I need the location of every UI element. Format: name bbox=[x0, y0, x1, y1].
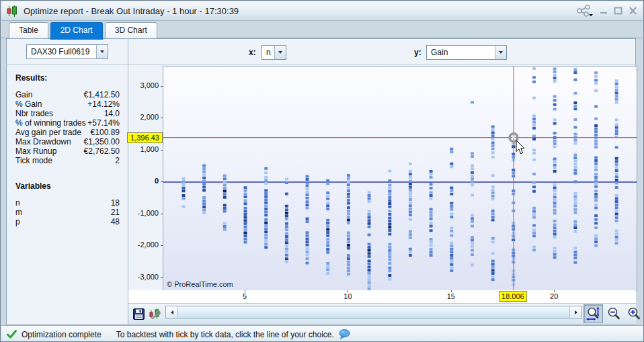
variables-heading: Variables bbox=[15, 181, 120, 191]
scrollbar-thumb[interactable] bbox=[178, 306, 569, 318]
crosshair-y-label: 1,396.43 bbox=[127, 132, 163, 143]
result-row: Max Runup€2,762.50 bbox=[15, 146, 120, 156]
result-row: Tick mode2 bbox=[15, 156, 120, 165]
zoom-fit-axes-button[interactable] bbox=[583, 304, 603, 323]
scatter-points[interactable] bbox=[163, 67, 637, 290]
chart-settings-icon bbox=[149, 308, 161, 320]
row-value: 2 bbox=[115, 156, 120, 165]
y-axis-tick-label: 1,000 bbox=[128, 145, 159, 153]
row-label: Max Runup bbox=[15, 146, 56, 156]
row-value: +14.12% bbox=[87, 99, 120, 109]
row-label: Nbr trades bbox=[15, 109, 53, 118]
scatter-plot-area[interactable]: © ProRealTime.com bbox=[163, 66, 637, 291]
row-label: n bbox=[15, 198, 20, 208]
scroll-right-arrow-icon[interactable] bbox=[569, 306, 581, 318]
result-row: Nbr trades14.0 bbox=[15, 109, 120, 118]
x-axis-select[interactable]: n bbox=[261, 45, 286, 60]
zoom-fit-axes-icon bbox=[586, 306, 601, 321]
instrument-select[interactable]: DAX30 Full0619 bbox=[26, 44, 108, 59]
variable-row: n18 bbox=[15, 198, 120, 208]
row-label: Gain bbox=[15, 90, 32, 99]
speech-bubble-icon[interactable] bbox=[339, 329, 350, 339]
result-row: Max Drawdown€1,350.00 bbox=[15, 137, 120, 146]
window-title: Optimize report - Break Out Intraday - 1… bbox=[24, 6, 239, 16]
tab-bar: Table2D Chart3D Chart bbox=[9, 22, 159, 38]
instrument-value: DAX30 Full0619 bbox=[27, 45, 96, 58]
row-label: p bbox=[15, 217, 20, 226]
status-message: Optimization complete bbox=[22, 330, 102, 339]
scroll-left-arrow-icon[interactable] bbox=[166, 306, 178, 318]
zoom-out-button[interactable] bbox=[604, 304, 623, 323]
x-axis: 18.006 5101520 bbox=[128, 290, 636, 303]
zoom-out-icon bbox=[606, 306, 621, 321]
row-label: % Gain bbox=[15, 99, 42, 109]
result-row: % Gain+14.12% bbox=[15, 99, 120, 109]
crosshair-x-label: 18.006 bbox=[499, 291, 527, 302]
candlestick-chart-icon bbox=[6, 5, 18, 17]
results-heading: Results: bbox=[15, 73, 120, 83]
x-axis-tick-label: 20 bbox=[540, 292, 567, 300]
y-axis-picker-label: y: bbox=[414, 48, 421, 57]
row-label: Avg gain per trade bbox=[15, 128, 81, 137]
y-axis-value: Gain bbox=[427, 46, 495, 59]
zoom-in-icon bbox=[627, 306, 641, 321]
mouse-cursor-icon bbox=[516, 140, 525, 158]
green-check-icon bbox=[7, 330, 17, 339]
result-row: % of winning trades+57.14% bbox=[15, 118, 120, 128]
row-value: +57.14% bbox=[87, 118, 120, 128]
minimize-icon[interactable] bbox=[600, 7, 608, 15]
row-label: Tick mode bbox=[15, 156, 52, 165]
maximize-icon[interactable] bbox=[614, 7, 622, 15]
variable-row: p48 bbox=[15, 217, 120, 226]
tab-3d-chart[interactable]: 3D Chart bbox=[105, 22, 157, 39]
y-axis-tick-label: 2,000 bbox=[128, 113, 159, 121]
row-value: €1,350.00 bbox=[84, 137, 120, 146]
row-value: 14.0 bbox=[104, 109, 120, 118]
x-axis-tick-label: 15 bbox=[438, 292, 465, 300]
status-bar: Optimization complete To backtest with t… bbox=[1, 325, 644, 342]
row-value: €1,412.50 bbox=[84, 90, 120, 99]
y-axis-tick-label: 3,000 bbox=[128, 81, 159, 89]
y-axis-select[interactable]: Gain bbox=[426, 45, 507, 60]
row-value: 21 bbox=[111, 208, 120, 217]
results-sidebar: Results: Gain€1,412.50% Gain+14.12%Nbr t… bbox=[7, 65, 127, 324]
x-axis-value: n bbox=[262, 46, 274, 59]
tab-2d-chart[interactable]: 2D Chart bbox=[50, 22, 103, 40]
x-axis-picker-label: x: bbox=[249, 48, 256, 57]
row-value: €2,762.50 bbox=[84, 146, 120, 156]
status-hint: To backtest with tick by tick data, clic… bbox=[116, 330, 334, 339]
close-icon[interactable] bbox=[629, 7, 637, 15]
watermark: © ProRealTime.com bbox=[167, 280, 233, 288]
instrument-dropdown-arrow-icon[interactable] bbox=[96, 45, 108, 58]
row-label: Max Drawdown bbox=[15, 137, 71, 146]
result-row: Gain€1,412.50 bbox=[15, 90, 120, 99]
x-axis-tick-label: 5 bbox=[231, 292, 258, 300]
y-axis-tick-label: -3,000 bbox=[128, 273, 159, 281]
share-icon[interactable] bbox=[576, 5, 594, 17]
x-axis-tick-label: 10 bbox=[334, 292, 361, 300]
row-label: m bbox=[15, 208, 22, 217]
chart-toolbar bbox=[128, 304, 636, 325]
tab-table[interactable]: Table bbox=[9, 22, 48, 39]
y-axis-tick-label: -1,000 bbox=[128, 209, 159, 217]
titlebar: Optimize report - Break Out Intraday - 1… bbox=[1, 1, 643, 21]
variables-rows: n18m21p48 bbox=[15, 198, 120, 226]
y-axis-tick-label: -2,000 bbox=[128, 241, 159, 249]
row-value: 18 bbox=[111, 198, 120, 208]
row-value: 48 bbox=[111, 217, 120, 226]
y-axis-dropdown-arrow-icon[interactable] bbox=[495, 46, 506, 59]
row-label: % of winning trades bbox=[15, 118, 86, 128]
save-button[interactable] bbox=[131, 306, 146, 322]
chart-settings-button[interactable] bbox=[147, 306, 162, 322]
x-axis-dropdown-arrow-icon[interactable] bbox=[274, 46, 286, 59]
results-rows: Gain€1,412.50% Gain+14.12%Nbr trades14.0… bbox=[15, 90, 120, 165]
y-axis-tick-label: 0 bbox=[128, 177, 159, 185]
horizontal-scrollbar[interactable] bbox=[165, 306, 582, 318]
save-icon bbox=[133, 308, 145, 320]
result-row: Avg gain per trade€100.89 bbox=[15, 128, 120, 137]
row-value: €100.89 bbox=[91, 128, 120, 137]
variable-row: m21 bbox=[15, 208, 120, 217]
optimize-report-window: Optimize report - Break Out Intraday - 1… bbox=[0, 0, 644, 342]
zoom-in-button[interactable] bbox=[624, 304, 643, 323]
